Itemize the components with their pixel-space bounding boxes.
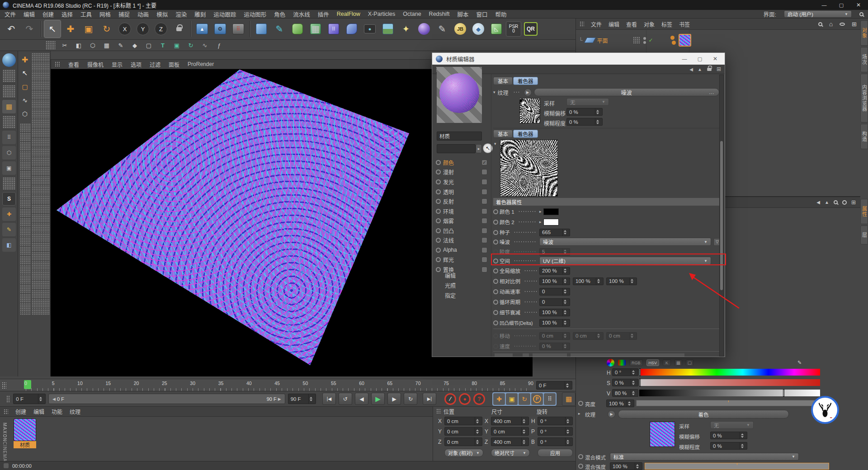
axis-z-button[interactable]: Z — [152, 20, 170, 38]
material-thumbnail[interactable] — [14, 418, 36, 441]
cloner-icon[interactable]: ⠿ — [325, 20, 342, 38]
material-ball-icon[interactable] — [415, 20, 433, 38]
color1-radio[interactable] — [493, 209, 498, 214]
viewport-menu-prorender[interactable]: ProRender — [188, 61, 214, 67]
polygon-pen-icon[interactable]: ✎ — [115, 40, 126, 50]
size-z-field[interactable]: 400 cm — [491, 437, 529, 446]
object-name[interactable]: 平面 — [597, 37, 608, 44]
render-settings-icon[interactable]: ⚙ — [212, 20, 229, 38]
loopperiod-field[interactable]: 0 — [539, 298, 570, 306]
material-tag-icon[interactable] — [679, 34, 691, 47]
om-addview-icon[interactable]: ⊞ — [852, 21, 857, 28]
bevel-icon[interactable]: ⬡ — [87, 40, 98, 50]
brightness-radio[interactable] — [578, 401, 583, 406]
channel-row-environment[interactable]: 环境 — [436, 207, 487, 215]
fx-icon[interactable]: ƒ — [213, 40, 224, 50]
am-lock-icon[interactable] — [842, 200, 847, 205]
axis-y-button[interactable]: Y — [134, 20, 151, 38]
render-queue-icon[interactable]: ⠿ — [230, 20, 247, 38]
om-menu-view[interactable]: 查看 — [626, 20, 637, 28]
picker-pen-icon[interactable]: ✎ — [796, 359, 803, 366]
matmgr-menu-texture[interactable]: 纹理 — [70, 408, 80, 415]
color2-radio[interactable] — [493, 220, 498, 225]
pos-x-field[interactable]: 0 cm — [444, 417, 482, 425]
kelvin-mode-button[interactable]: K — [663, 359, 671, 366]
uv-mode-icon[interactable]: ◧ — [2, 238, 16, 252]
menu-sculpt[interactable]: 雕刻 — [194, 10, 206, 19]
am-search-icon[interactable] — [834, 200, 838, 204]
palette-grid[interactable] — [32, 53, 50, 315]
environment-icon[interactable] — [379, 20, 396, 38]
tab-takes[interactable]: 场次 — [860, 47, 868, 72]
color-wheel-icon[interactable] — [607, 359, 614, 367]
undo-icon[interactable]: ↶ — [3, 20, 20, 38]
menu-edit[interactable]: 编辑 — [24, 10, 35, 19]
material-name-label[interactable]: 材质 — [14, 441, 36, 448]
menu-animate[interactable]: 动画 — [137, 10, 149, 19]
axis-x-button[interactable]: X — [116, 20, 133, 38]
key-position-icon[interactable]: ✚ — [493, 393, 505, 405]
axis-mode-icon[interactable] — [2, 177, 16, 190]
sample-thumb[interactable] — [519, 98, 540, 123]
shader-preview-thumb[interactable] — [650, 422, 675, 447]
tab-structure[interactable]: 构造 — [860, 124, 868, 149]
link-illumination[interactable]: 光照 — [445, 282, 456, 289]
mixstrength-slider[interactable] — [645, 463, 829, 470]
menu-octane[interactable]: Octane — [403, 11, 421, 17]
tab-layers[interactable]: 层 — [860, 226, 868, 244]
render-view-icon[interactable]: ▲ — [193, 20, 211, 38]
primitive-cube-icon[interactable] — [253, 20, 270, 38]
frame-range-slider[interactable]: ◀0 F 90 F▶ — [48, 394, 285, 404]
world-globe-icon[interactable] — [2, 53, 16, 67]
timeline-ruler[interactable]: 0 5 10 15 20 25 30 35 40 45 50 55 60 65 … — [0, 379, 576, 391]
mixer-mode-icon[interactable]: ▦ — [675, 359, 682, 366]
size-x-field[interactable]: 400 cm — [491, 417, 529, 425]
hue-slider[interactable] — [639, 369, 820, 376]
texture-collapse-icon[interactable]: ▾ — [493, 90, 495, 94]
noise-shader-button[interactable]: 噪波 … — [534, 88, 719, 96]
subdivision-surface-icon[interactable] — [289, 20, 306, 38]
preview-collapse-icon[interactable]: ▾ — [494, 141, 496, 146]
workplane-mode-icon[interactable] — [2, 115, 16, 129]
blur-scale-field[interactable]: 0 % — [566, 118, 603, 126]
pos-z-field[interactable]: 0 cm — [444, 437, 482, 446]
texture-arrow-button[interactable]: ▶ — [608, 410, 615, 418]
om-menu-tags[interactable]: 标签 — [661, 20, 672, 28]
am-sample-dropdown[interactable]: 无▼ — [710, 421, 754, 429]
tab-attributes[interactable]: 属性 — [860, 199, 868, 224]
seed-radio[interactable] — [493, 230, 498, 235]
autokey-button[interactable]: ● — [459, 393, 471, 405]
dialog-close-icon[interactable]: ✕ — [709, 56, 721, 62]
key-rotation-icon[interactable]: ↻ — [519, 393, 530, 405]
goto-end-button[interactable]: ▶| — [423, 393, 436, 405]
om-menu-bookmarks[interactable]: 书签 — [679, 20, 690, 28]
keyframe-panel-icon[interactable]: ▦ — [562, 392, 576, 406]
search-icon[interactable] — [859, 12, 863, 16]
menu-snap[interactable]: 捕捉 — [118, 10, 130, 19]
tab-content-browser[interactable]: 内容浏览器 — [860, 74, 868, 122]
solo-mode-icon[interactable]: S — [2, 192, 16, 206]
viewport-menu-options[interactable]: 选项 — [131, 61, 142, 68]
next-frame-button[interactable]: ▶ — [387, 393, 401, 405]
deformer-icon[interactable] — [343, 20, 360, 38]
scale-icon[interactable]: ▣ — [80, 20, 97, 38]
dialog-back-icon[interactable]: ◀ — [689, 67, 693, 72]
channel-row-normal[interactable]: 法线 — [436, 236, 487, 244]
jb-plugin-icon[interactable]: JB — [452, 20, 469, 38]
coord-lock-icon[interactable] — [170, 20, 188, 38]
rotate-icon[interactable]: ↻ — [98, 20, 115, 38]
menu-character[interactable]: 角色 — [274, 10, 285, 19]
channel-row-glow[interactable]: 辉光 — [436, 255, 487, 263]
palette-grid-2[interactable] — [20, 123, 31, 315]
sat-field[interactable]: 0 % — [612, 379, 638, 386]
hsv-mode-button[interactable]: HSV — [646, 359, 660, 366]
menu-tools[interactable]: 工具 — [80, 10, 92, 19]
material-preview[interactable] — [437, 67, 482, 123]
interface-dropdown[interactable]: 启动 (用户)▼ — [784, 10, 852, 18]
render-dot-icon[interactable] — [643, 41, 646, 44]
relscale-z-field[interactable]: 100 % — [606, 277, 637, 285]
am-forward-icon[interactable]: ▲ — [825, 200, 829, 205]
om-home-icon[interactable]: ⌂ — [829, 20, 833, 28]
maximize-icon[interactable]: ▢ — [835, 2, 848, 8]
timeline-grip[interactable] — [2, 382, 6, 389]
